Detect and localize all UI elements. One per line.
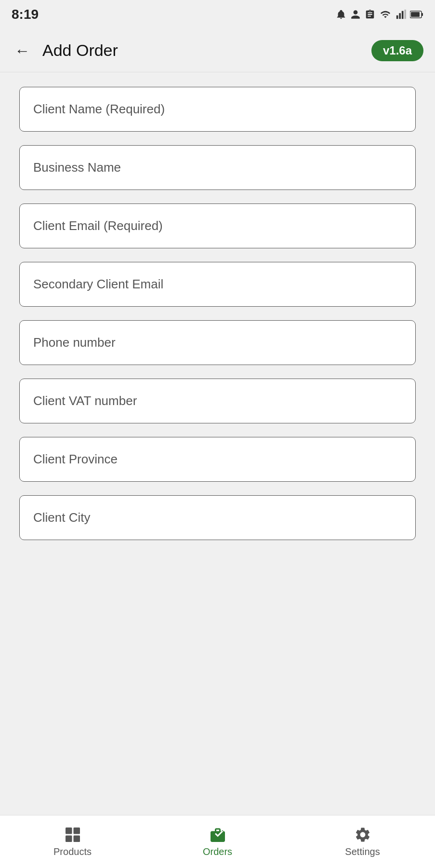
- vat-number-field[interactable]: [19, 379, 416, 423]
- business-name-field[interactable]: [19, 145, 416, 190]
- client-name-field[interactable]: [19, 87, 416, 132]
- notification-icon: [336, 9, 346, 20]
- back-arrow-icon: ←: [14, 43, 30, 58]
- phone-number-input[interactable]: [33, 335, 402, 350]
- status-bar: 8:19: [0, 0, 435, 29]
- svg-rect-6: [411, 12, 420, 17]
- svg-rect-2: [402, 11, 404, 19]
- client-city-field[interactable]: [19, 495, 416, 540]
- svg-rect-5: [422, 13, 423, 16]
- client-email-field[interactable]: [19, 203, 416, 248]
- client-province-input[interactable]: [33, 452, 402, 467]
- nav-item-products[interactable]: Products: [44, 826, 102, 857]
- settings-icon: [354, 826, 371, 843]
- back-button[interactable]: ←: [12, 40, 33, 61]
- svg-rect-3: [404, 10, 406, 19]
- status-icons: [336, 9, 423, 20]
- vat-number-input[interactable]: [33, 393, 402, 408]
- phone-number-field[interactable]: [19, 320, 416, 365]
- secondary-email-field[interactable]: [19, 262, 416, 307]
- header: ← Add Order v1.6a: [0, 29, 435, 72]
- battery-icon: [410, 10, 423, 19]
- nav-label-products: Products: [53, 846, 92, 857]
- orders-icon: [209, 826, 226, 843]
- svg-rect-10: [73, 836, 80, 842]
- secondary-email-input[interactable]: [33, 277, 402, 292]
- svg-rect-8: [73, 827, 80, 834]
- svg-rect-9: [66, 836, 72, 842]
- client-email-input[interactable]: [33, 218, 402, 233]
- client-city-input[interactable]: [33, 510, 402, 525]
- nav-item-orders[interactable]: Orders: [189, 826, 247, 857]
- nav-label-orders: Orders: [203, 846, 232, 857]
- business-name-input[interactable]: [33, 160, 402, 175]
- nav-item-settings[interactable]: Settings: [334, 826, 392, 857]
- clipboard-icon: [365, 9, 375, 20]
- client-province-field[interactable]: [19, 437, 416, 482]
- svg-rect-1: [399, 13, 401, 19]
- page-title: Add Order: [42, 41, 362, 60]
- wifi-icon: [379, 9, 392, 20]
- bottom-navigation: Products Orders Settings: [0, 815, 435, 868]
- signal-icon: [395, 9, 406, 20]
- client-name-input[interactable]: [33, 102, 402, 117]
- svg-rect-0: [396, 15, 398, 19]
- svg-rect-7: [66, 827, 72, 834]
- form-content: [0, 72, 435, 598]
- nav-label-settings: Settings: [345, 846, 380, 857]
- avatar-icon: [350, 9, 361, 20]
- version-badge: v1.6a: [371, 40, 423, 61]
- products-icon: [64, 826, 81, 843]
- status-time: 8:19: [12, 7, 39, 22]
